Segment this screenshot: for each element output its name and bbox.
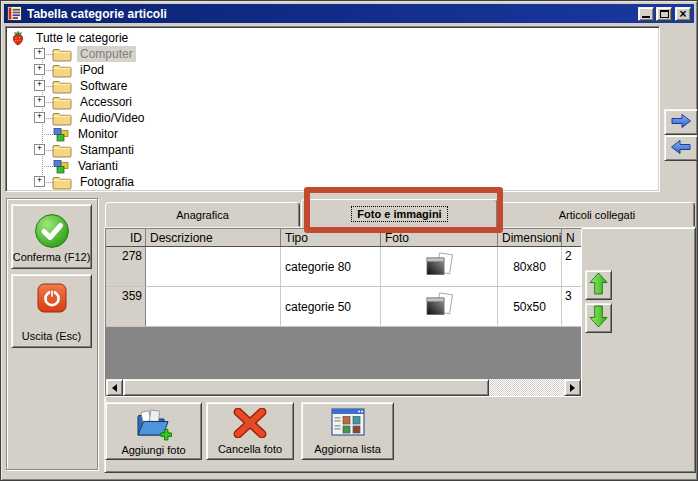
cell-descrizione	[146, 287, 281, 326]
tab-articoli-collegati[interactable]: Articoli collegati	[499, 202, 695, 227]
close-button[interactable]: ×	[675, 7, 691, 21]
tree-item-accessori[interactable]: + Accessori	[6, 94, 659, 110]
table-empty-area	[106, 327, 581, 379]
tab-label: Foto e immagini	[352, 207, 446, 221]
tab-foto-e-immagini[interactable]: Foto e immagini	[301, 199, 498, 229]
check-circle-icon	[34, 213, 70, 251]
move-down-button[interactable]	[585, 303, 612, 333]
action-panel: Conferma (F12) Uscita (Esc)	[6, 198, 98, 470]
tree-item-computer[interactable]: + Computer	[6, 46, 659, 62]
refresh-list-button[interactable]: Aggiorna lista	[301, 402, 394, 460]
red-x-icon	[233, 408, 267, 440]
scrollbar-thumb[interactable]	[123, 379, 489, 396]
category-tree[interactable]: Tutte le categorie + Computer + iPod + S…	[5, 26, 660, 192]
refresh-list-label: Aggiorna lista	[314, 443, 381, 455]
arrow-up-icon	[589, 272, 608, 298]
expand-plus-icon[interactable]: +	[34, 64, 45, 75]
delete-photo-button[interactable]: Cancella foto	[206, 402, 294, 460]
tab-label: Articoli collegati	[559, 209, 635, 221]
maximize-button[interactable]	[656, 7, 672, 21]
minimize-icon	[642, 16, 650, 18]
cell-n: 2	[562, 247, 579, 286]
table-hscrollbar[interactable]	[106, 379, 581, 396]
window-list-icon	[331, 408, 365, 438]
cell-id: 359	[106, 287, 146, 326]
arrow-left-icon	[670, 139, 692, 158]
expand-plus-icon[interactable]: +	[34, 48, 45, 59]
folder-icon	[52, 111, 72, 126]
window-title: Tabella categorie articoli	[27, 7, 636, 21]
photo-stack-icon	[381, 287, 498, 326]
variant-cubes-icon	[52, 159, 70, 174]
tree-item-label: Software	[77, 78, 130, 94]
power-icon	[37, 283, 67, 315]
tree-item-monitor[interactable]: Monitor	[6, 126, 659, 142]
column-header-tipo: Tipo	[281, 229, 381, 246]
tree-item-ipod[interactable]: + iPod	[6, 62, 659, 78]
exit-button-label: Uscita (Esc)	[22, 330, 81, 342]
cell-tipo: categorie 50	[281, 287, 381, 326]
expand-plus-icon[interactable]: +	[34, 144, 45, 155]
strawberry-icon	[10, 30, 26, 46]
folder-icon	[52, 175, 72, 190]
tree-item-root[interactable]: Tutte le categorie	[6, 30, 659, 46]
expand-plus-icon[interactable]: +	[34, 96, 45, 107]
folder-icon	[52, 79, 72, 94]
expand-plus-icon[interactable]: +	[34, 112, 45, 123]
folder-icon	[52, 143, 72, 158]
tree-item-audio-video[interactable]: + Audio/Video	[6, 110, 659, 126]
column-header-dimensioni: Dimensioni	[498, 229, 562, 246]
table-row[interactable]: 278 categorie 80 80x80 2	[106, 247, 581, 287]
add-photo-button[interactable]: Aggiungi foto	[105, 402, 202, 460]
tab-label: Anagrafica	[176, 209, 229, 221]
app-window: Tabella categorie articoli × Tutte le ca…	[0, 0, 698, 481]
confirm-button-label: Conferma (F12)	[13, 251, 91, 263]
tree-item-fotografia[interactable]: + Fotografia	[6, 174, 659, 190]
table-row[interactable]: 359 categorie 50 50x50 3	[106, 287, 581, 327]
tree-item-stampanti[interactable]: + Stampanti	[6, 142, 659, 158]
close-icon: ×	[679, 9, 686, 19]
tab-anagrafica[interactable]: Anagrafica	[105, 202, 300, 227]
column-header-descrizione: Descrizione	[146, 229, 281, 246]
variant-cubes-icon	[52, 127, 70, 142]
arrow-right-icon	[670, 113, 692, 132]
scroll-left-button[interactable]	[106, 379, 123, 396]
folder-icon	[52, 47, 72, 62]
expand-plus-icon[interactable]: +	[34, 80, 45, 91]
scroll-right-button[interactable]	[564, 379, 581, 396]
move-up-button[interactable]	[585, 270, 612, 300]
cell-dimensioni: 50x50	[498, 287, 562, 326]
photo-table: ID Descrizione Tipo Foto Dimensioni N 27…	[105, 228, 582, 397]
arrow-down-icon	[589, 305, 608, 331]
triangle-left-icon	[108, 384, 117, 392]
column-header-id: ID	[106, 229, 146, 246]
app-icon	[7, 6, 22, 21]
table-header-row: ID Descrizione Tipo Foto Dimensioni N	[106, 229, 581, 247]
folder-plus-icon	[134, 408, 174, 444]
tree-item-label: Monitor	[75, 126, 121, 142]
tree-item-label: Tutte le categorie	[33, 30, 131, 46]
move-left-button[interactable]	[664, 135, 698, 161]
tree-item-label: Computer	[77, 46, 136, 62]
tree-item-label: Varianti	[75, 158, 121, 174]
tree-item-software[interactable]: + Software	[6, 78, 659, 94]
tree-item-label: Fotografia	[77, 174, 137, 190]
cell-descrizione	[146, 247, 281, 286]
triangle-right-icon	[570, 384, 579, 392]
cell-n: 3	[562, 287, 579, 326]
move-right-button[interactable]	[664, 109, 698, 135]
delete-photo-label: Cancella foto	[218, 443, 282, 455]
expand-plus-icon[interactable]: +	[34, 176, 45, 187]
tree-item-varianti[interactable]: Varianti	[6, 158, 659, 174]
exit-button[interactable]: Uscita (Esc)	[11, 274, 92, 348]
column-header-n: N	[562, 229, 579, 246]
tree-item-label: Stampanti	[77, 142, 137, 158]
add-photo-label: Aggiungi foto	[121, 444, 185, 456]
scrollbar-track[interactable]	[489, 379, 564, 396]
minimize-button[interactable]	[638, 7, 654, 21]
titlebar[interactable]: Tabella categorie articoli ×	[4, 4, 694, 23]
cell-id: 278	[106, 247, 146, 286]
tree-item-label: Audio/Video	[77, 110, 148, 126]
folder-icon	[52, 63, 72, 78]
confirm-button[interactable]: Conferma (F12)	[11, 204, 92, 269]
